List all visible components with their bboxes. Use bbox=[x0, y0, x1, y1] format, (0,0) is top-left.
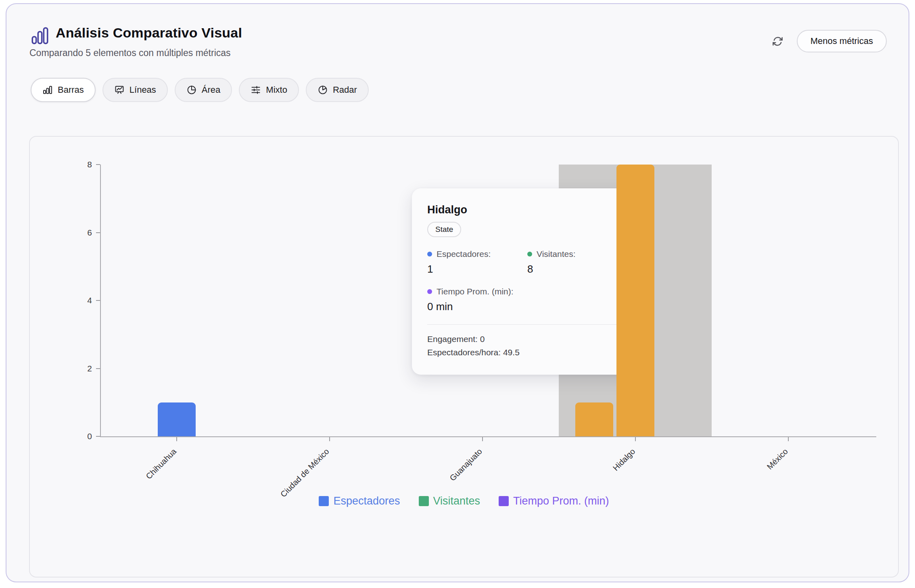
tab-area[interactable]: Área bbox=[175, 78, 232, 102]
tooltip-type-badge: State bbox=[427, 222, 461, 237]
legend-swatch bbox=[319, 496, 329, 506]
y-axis-label: 0 bbox=[68, 432, 92, 441]
bar-chart-icon bbox=[42, 85, 53, 95]
tooltip-footer-line: Espectadores/hora: 49.5 bbox=[427, 346, 620, 359]
chart-legend: Espectadores Visitantes Tiempo Prom. (mi… bbox=[30, 495, 898, 507]
y-axis-label: 2 bbox=[68, 364, 92, 373]
tooltip-footer-line: Engagement: 0 bbox=[427, 333, 620, 346]
chart-type-tabs: Barras Líneas Área Mixto bbox=[31, 78, 369, 102]
bar-chart-icon bbox=[30, 26, 50, 46]
y-axis-label: 6 bbox=[68, 228, 92, 238]
metric-dot bbox=[427, 289, 432, 294]
tab-barras[interactable]: Barras bbox=[31, 78, 96, 102]
legend-item-visitantes[interactable]: Visitantes bbox=[419, 495, 480, 507]
tooltip-metric-espectadores: Espectadores: 1 bbox=[427, 249, 527, 275]
chart-tooltip: Hidalgo State Espectadores: 1 Visitantes… bbox=[412, 188, 635, 375]
tab-radar[interactable]: Radar bbox=[306, 78, 369, 102]
page-subtitle: Comparando 5 elementos con múltiples mét… bbox=[29, 48, 231, 58]
sliders-icon bbox=[251, 85, 261, 95]
legend-item-espectadores[interactable]: Espectadores bbox=[319, 495, 400, 507]
x-axis-label: Guanajuato bbox=[448, 447, 484, 483]
x-axis-label: México bbox=[765, 447, 790, 471]
x-axis-tick bbox=[176, 437, 177, 441]
tooltip-metrics: Espectadores: 1 Visitantes: 8 Tiempo Pro… bbox=[427, 249, 620, 313]
tooltip-footer: Engagement: 0 Espectadores/hora: 49.5 bbox=[427, 333, 620, 359]
tooltip-metric-tiempo: Tiempo Prom. (min): 0 min bbox=[427, 287, 620, 313]
y-axis-label: 8 bbox=[68, 160, 92, 169]
y-axis-tick bbox=[96, 300, 100, 301]
x-axis-tick bbox=[329, 437, 330, 441]
y-axis-line bbox=[100, 165, 101, 437]
header-actions: Menos métricas bbox=[769, 30, 887, 52]
refresh-icon bbox=[771, 35, 784, 48]
metric-label: Espectadores: bbox=[437, 249, 491, 259]
tooltip-title: Hidalgo bbox=[427, 204, 620, 216]
metric-dot bbox=[427, 252, 432, 256]
x-axis-tick bbox=[482, 437, 483, 441]
x-axis-label: Chihuahua bbox=[144, 447, 178, 481]
x-axis-tick bbox=[788, 437, 789, 441]
bar-chart-canvas: Hidalgo State Espectadores: 1 Visitantes… bbox=[29, 136, 899, 578]
tooltip-metric-visitantes: Visitantes: 8 bbox=[527, 249, 620, 275]
y-axis-tick bbox=[96, 368, 100, 369]
line-chart-icon bbox=[114, 85, 125, 95]
legend-swatch bbox=[419, 496, 429, 506]
metric-value: 0 min bbox=[427, 300, 620, 313]
legend-label: Visitantes bbox=[433, 495, 480, 507]
pie-slice-icon bbox=[186, 85, 197, 95]
toggle-metrics-button[interactable]: Menos métricas bbox=[797, 30, 887, 52]
y-axis-label: 4 bbox=[68, 296, 92, 305]
legend-label: Tiempo Prom. (min) bbox=[513, 495, 609, 507]
bar-espectadores[interactable] bbox=[158, 402, 196, 436]
metric-value: 8 bbox=[527, 263, 620, 275]
refresh-button[interactable] bbox=[769, 33, 786, 50]
page-title: Análisis Comparativo Visual bbox=[56, 25, 242, 41]
metric-value: 1 bbox=[427, 263, 527, 275]
x-axis-label: Hidalgo bbox=[611, 447, 637, 473]
bar-espectadores[interactable] bbox=[575, 402, 613, 436]
tab-lineas[interactable]: Líneas bbox=[102, 78, 168, 102]
y-axis-tick bbox=[96, 436, 100, 437]
metric-dot bbox=[527, 252, 532, 256]
bar-visitantes[interactable] bbox=[616, 165, 654, 436]
legend-item-tiempo[interactable]: Tiempo Prom. (min) bbox=[499, 495, 609, 507]
metric-label: Visitantes: bbox=[537, 249, 576, 259]
legend-label: Espectadores bbox=[333, 495, 400, 507]
x-axis-label: Ciudad de México bbox=[279, 447, 331, 499]
tooltip-divider bbox=[427, 324, 620, 325]
radar-icon bbox=[318, 85, 328, 95]
y-axis-tick bbox=[96, 164, 100, 165]
legend-swatch bbox=[499, 496, 509, 506]
x-axis-line bbox=[100, 436, 876, 437]
y-axis-tick bbox=[96, 232, 100, 233]
comparison-panel: Análisis Comparativo Visual Comparando 5… bbox=[6, 3, 909, 582]
x-axis-tick bbox=[635, 437, 636, 441]
metric-label: Tiempo Prom. (min): bbox=[437, 287, 514, 296]
tab-mixto[interactable]: Mixto bbox=[239, 78, 299, 102]
